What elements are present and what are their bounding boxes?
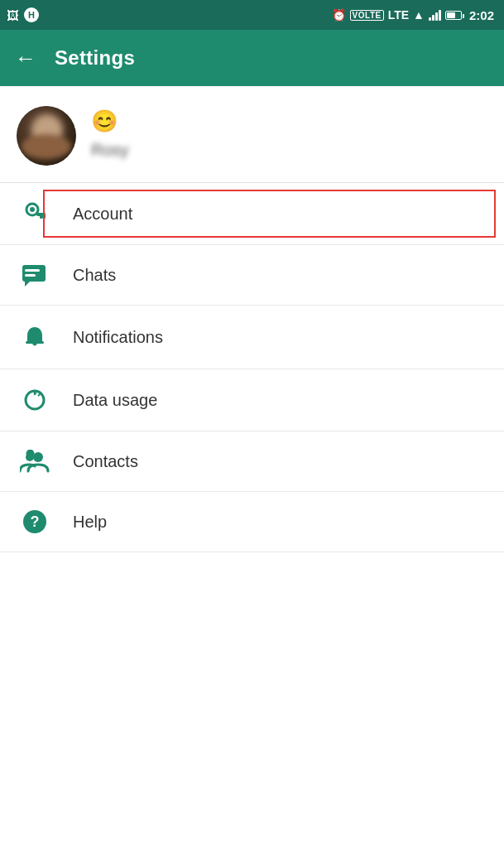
volte-badge: VOLTE	[350, 10, 384, 21]
profile-info: 😊 Rosy	[91, 112, 129, 160]
help-icon: ?	[20, 510, 50, 533]
settings-item-account[interactable]: Account	[0, 183, 504, 245]
avatar	[17, 106, 76, 166]
svg-rect-6	[25, 269, 40, 272]
svg-rect-9	[26, 341, 44, 344]
toolbar: ← Settings	[0, 30, 504, 86]
svg-rect-4	[40, 215, 42, 219]
profile-name: Rosy	[91, 141, 129, 160]
lte-label: LTE	[388, 8, 409, 22]
app-icon: H	[24, 7, 39, 22]
status-time: 2:02	[469, 8, 494, 22]
svg-marker-8	[25, 282, 30, 287]
profile-emoji: 😊	[91, 108, 118, 133]
settings-item-notifications[interactable]: Notifications	[0, 306, 504, 369]
svg-point-11	[33, 452, 43, 462]
svg-rect-5	[22, 265, 46, 282]
contacts-label: Contacts	[73, 452, 138, 471]
account-icon	[20, 201, 50, 226]
page-title: Settings	[55, 46, 135, 70]
svg-rect-7	[25, 274, 36, 277]
settings-item-chats[interactable]: Chats	[0, 245, 504, 306]
contacts-icon	[20, 450, 50, 473]
chats-icon	[20, 263, 50, 287]
battery-icon	[445, 11, 462, 20]
svg-point-1	[30, 207, 35, 212]
settings-list: Account Chats Notifications	[0, 183, 504, 552]
notifications-label: Notifications	[73, 328, 163, 347]
account-label: Account	[73, 205, 132, 224]
settings-item-contacts[interactable]: Contacts	[0, 431, 504, 492]
notifications-icon	[20, 324, 50, 350]
signal-bars	[429, 9, 441, 21]
settings-item-help[interactable]: ? Help	[0, 492, 504, 552]
alarm-icon: ⏰	[332, 8, 346, 22]
signal-icon-1: ▲	[413, 8, 425, 22]
profile-section[interactable]: 😊 Rosy	[0, 86, 504, 183]
chats-label: Chats	[73, 266, 116, 285]
svg-point-12	[26, 453, 34, 461]
status-bar-left: 🖼 H	[7, 7, 39, 22]
status-bar: 🖼 H ⏰ VOLTE LTE ▲ 2:02	[0, 0, 504, 30]
screen-icon: 🖼	[7, 8, 19, 22]
help-circle-icon: ?	[23, 510, 46, 533]
back-button[interactable]: ←	[15, 46, 36, 71]
help-label: Help	[73, 513, 107, 532]
status-bar-right: ⏰ VOLTE LTE ▲ 2:02	[332, 8, 494, 22]
data-usage-icon	[20, 388, 50, 412]
settings-item-data-usage[interactable]: Data usage	[0, 369, 504, 431]
data-usage-label: Data usage	[73, 391, 157, 410]
svg-rect-3	[42, 213, 46, 219]
